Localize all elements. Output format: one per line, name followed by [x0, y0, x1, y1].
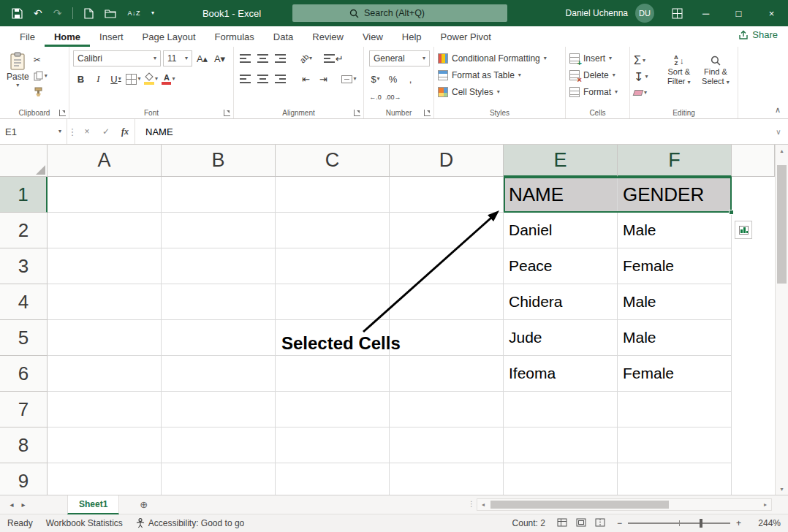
- font-size-select[interactable]: 11 ▾: [163, 50, 192, 66]
- cell-A8[interactable]: [48, 428, 162, 463]
- italic-button[interactable]: I: [91, 71, 106, 87]
- cell-B4[interactable]: [162, 284, 276, 320]
- scroll-left-icon[interactable]: ◂: [477, 501, 489, 508]
- cell-C2[interactable]: [276, 213, 390, 248]
- cell-F8[interactable]: [618, 428, 732, 463]
- cell-D5[interactable]: [390, 320, 504, 356]
- cell-E6[interactable]: Ifeoma: [504, 356, 618, 392]
- merge-center-button[interactable]: ▾: [341, 71, 357, 87]
- cell-A9[interactable]: [48, 463, 162, 495]
- tab-view[interactable]: View: [353, 26, 393, 47]
- cell-A5[interactable]: [48, 320, 162, 356]
- cell-B2[interactable]: [162, 213, 276, 248]
- cell-E7[interactable]: [504, 392, 618, 428]
- cell-D2[interactable]: [390, 213, 504, 248]
- decrease-decimal-button[interactable]: .00→: [385, 89, 401, 105]
- align-right-button[interactable]: [273, 71, 288, 87]
- minimize-button[interactable]: ─: [689, 0, 722, 26]
- column-header-F[interactable]: F: [618, 145, 732, 177]
- cell-A6[interactable]: [48, 356, 162, 392]
- cell-D7[interactable]: [390, 392, 504, 428]
- zoom-in-button[interactable]: +: [736, 518, 741, 528]
- sheet-nav-prev-icon[interactable]: ◂: [6, 501, 18, 509]
- user-name[interactable]: Daniel Uchenna: [566, 8, 628, 18]
- customize-toolbar-button[interactable]: ▾: [151, 10, 154, 16]
- column-header-E[interactable]: E: [504, 145, 618, 177]
- align-bottom-button[interactable]: [273, 50, 288, 66]
- cell-C8[interactable]: [276, 428, 390, 463]
- column-header-B[interactable]: B: [162, 145, 276, 177]
- cell-F4[interactable]: Male: [618, 284, 732, 320]
- align-middle-button[interactable]: [255, 50, 270, 66]
- autosum-button[interactable]: Σ▾: [634, 54, 661, 67]
- insert-function-button[interactable]: fx: [115, 119, 135, 144]
- new-file-button[interactable]: [84, 8, 94, 19]
- accounting-format-button[interactable]: $▾: [368, 71, 383, 87]
- fill-color-button[interactable]: ▾: [143, 71, 159, 87]
- expand-formula-bar-button[interactable]: ∨: [769, 119, 788, 144]
- decrease-indent-button[interactable]: ⇤: [298, 71, 314, 87]
- cell-A1[interactable]: [48, 177, 162, 213]
- horizontal-scrollbar-thumb[interactable]: [490, 501, 669, 509]
- tab-help[interactable]: Help: [393, 26, 431, 47]
- collapse-ribbon-button[interactable]: ∧: [775, 105, 781, 115]
- vertical-scrollbar[interactable]: ▴ ▾: [775, 145, 788, 495]
- cell-E9[interactable]: [504, 463, 618, 495]
- search-input[interactable]: Search (Alt+Q): [292, 4, 507, 22]
- row-header-5[interactable]: 5: [0, 320, 48, 356]
- cut-button[interactable]: ✂: [34, 53, 48, 66]
- cell-B6[interactable]: [162, 356, 276, 392]
- cell-C6[interactable]: [276, 356, 390, 392]
- cell-E3[interactable]: Peace: [504, 248, 618, 284]
- cell-C3[interactable]: [276, 248, 390, 284]
- cell-D8[interactable]: [390, 428, 504, 463]
- cell-A3[interactable]: [48, 248, 162, 284]
- save-button[interactable]: [12, 8, 23, 19]
- column-header-D[interactable]: D: [390, 145, 504, 177]
- percent-style-button[interactable]: %: [385, 71, 401, 87]
- cell-E5[interactable]: Jude: [504, 320, 618, 356]
- cell-B3[interactable]: [162, 248, 276, 284]
- tab-file[interactable]: File: [10, 26, 45, 47]
- copy-button[interactable]: ▾: [34, 69, 48, 82]
- format-cells-button[interactable]: Format ▾: [569, 83, 626, 100]
- paste-button[interactable]: Paste ▾: [7, 50, 29, 98]
- row-header-3[interactable]: 3: [0, 248, 48, 284]
- row-header-8[interactable]: 8: [0, 428, 48, 463]
- select-all-button[interactable]: [0, 145, 48, 177]
- font-name-select[interactable]: Calibri ▾: [73, 50, 161, 66]
- column-header-C[interactable]: C: [276, 145, 390, 177]
- sheet-nav-next-icon[interactable]: ▸: [18, 501, 29, 509]
- undo-button[interactable]: ↶: [34, 7, 42, 19]
- cell-C4[interactable]: [276, 284, 390, 320]
- scroll-up-icon[interactable]: ▴: [776, 145, 788, 156]
- fill-handle[interactable]: [729, 210, 734, 215]
- tab-formulas[interactable]: Formulas: [205, 26, 264, 47]
- decrease-font-size-button[interactable]: A▾: [212, 50, 227, 66]
- tab-review[interactable]: Review: [303, 26, 353, 47]
- cell-E8[interactable]: [504, 428, 618, 463]
- confirm-entry-button[interactable]: ✓: [96, 119, 115, 144]
- orientation-button[interactable]: ab▾: [298, 50, 314, 66]
- increase-indent-button[interactable]: ⇥: [316, 71, 331, 87]
- maximize-button[interactable]: □: [722, 0, 755, 26]
- avatar[interactable]: DU: [635, 4, 654, 23]
- row-header-7[interactable]: 7: [0, 392, 48, 428]
- font-color-button[interactable]: A▾: [161, 71, 176, 87]
- cell-F1[interactable]: GENDER: [618, 177, 732, 213]
- cell-D4[interactable]: [390, 284, 504, 320]
- sheet-tab-sheet1[interactable]: Sheet1: [67, 495, 119, 514]
- workbook-statistics-button[interactable]: Workbook Statistics: [46, 518, 123, 528]
- cell-E2[interactable]: Daniel: [504, 213, 618, 248]
- cell-F9[interactable]: [618, 463, 732, 495]
- cell-D9[interactable]: [390, 463, 504, 495]
- font-dialog-launcher[interactable]: [224, 110, 230, 116]
- cell-A2[interactable]: [48, 213, 162, 248]
- alignment-dialog-launcher[interactable]: [354, 110, 360, 116]
- cell-E1[interactable]: NAME: [504, 177, 618, 213]
- format-painter-button[interactable]: [34, 86, 48, 98]
- cell-F3[interactable]: Female: [618, 248, 732, 284]
- cell-A7[interactable]: [48, 392, 162, 428]
- scroll-down-icon[interactable]: ▾: [776, 483, 788, 495]
- share-button[interactable]: Share: [738, 29, 778, 40]
